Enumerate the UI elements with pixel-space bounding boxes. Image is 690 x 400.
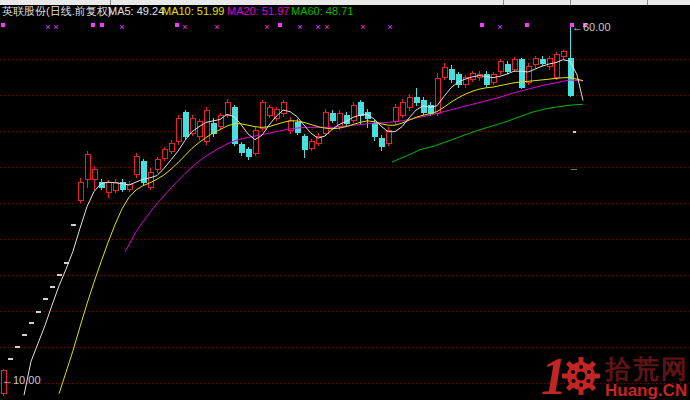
candle-up[interactable] <box>155 157 160 173</box>
candle-down[interactable] <box>183 110 188 139</box>
candle-up[interactable] <box>386 127 391 146</box>
sell-mark <box>278 23 282 27</box>
candle-up[interactable] <box>463 75 468 88</box>
candle-down[interactable] <box>505 61 510 74</box>
candlestick-chart[interactable]: ×××××××××××× <box>0 0 690 400</box>
sell-mark: × <box>119 22 124 32</box>
candle-up[interactable] <box>260 100 265 131</box>
sell-mark: × <box>387 22 392 32</box>
candle-up[interactable] <box>442 63 447 80</box>
candle-down[interactable] <box>519 58 524 90</box>
sell-mark <box>525 23 529 27</box>
candle-down[interactable] <box>330 110 335 123</box>
candle-up[interactable] <box>134 153 139 178</box>
sell-mark <box>480 23 484 27</box>
sell-mark <box>91 23 95 27</box>
candle-dash[interactable] <box>36 311 41 313</box>
candle-up[interactable] <box>547 56 552 70</box>
candle-up[interactable] <box>113 179 118 193</box>
sell-mark: × <box>324 22 329 32</box>
sell-mark: × <box>182 22 187 32</box>
sell-mark: × <box>45 22 50 32</box>
candle-down[interactable] <box>540 56 545 66</box>
candle-up[interactable] <box>323 109 328 136</box>
watermark-site-name-en: Huang.CN <box>605 382 687 399</box>
candle-down[interactable] <box>344 112 349 126</box>
sell-mark: × <box>214 22 219 32</box>
sell-mark: × <box>497 22 502 32</box>
sell-mark: × <box>315 22 320 32</box>
candle-dash[interactable] <box>43 298 48 300</box>
candle-up[interactable] <box>162 147 167 161</box>
watermark-logo: 1 <box>541 356 689 399</box>
candle-down[interactable] <box>141 159 146 185</box>
candle-dash[interactable] <box>71 224 76 226</box>
sell-mark: × <box>297 22 302 32</box>
candle-up[interactable] <box>281 100 286 117</box>
candle-up[interactable] <box>169 140 174 154</box>
candle-down[interactable] <box>484 71 489 87</box>
candle-up[interactable] <box>498 59 503 75</box>
candle-up[interactable] <box>435 73 440 116</box>
candle-dash[interactable] <box>29 322 34 324</box>
candle-up[interactable] <box>400 99 405 118</box>
candle-dash[interactable] <box>8 358 13 360</box>
sell-mark: × <box>264 22 269 32</box>
ma5-line <box>24 60 583 396</box>
sell-mark <box>100 23 104 27</box>
ma10-line <box>59 78 583 394</box>
candle-down[interactable] <box>246 147 251 160</box>
candle-down[interactable] <box>414 88 419 106</box>
candle-up[interactable] <box>78 178 83 203</box>
candle-up[interactable] <box>267 105 272 118</box>
candle-down[interactable] <box>120 179 125 192</box>
candle-down[interactable] <box>302 134 307 158</box>
candle-up[interactable] <box>533 56 538 68</box>
candle-up[interactable] <box>197 119 202 140</box>
stray-mark <box>573 131 576 133</box>
sell-mark: × <box>360 22 365 32</box>
candle-up[interactable] <box>176 115 181 145</box>
candle-up[interactable] <box>204 107 209 144</box>
sell-mark <box>1 23 5 27</box>
sell-mark <box>175 23 179 27</box>
candle-up[interactable] <box>218 113 223 130</box>
candle-up[interactable] <box>554 52 559 80</box>
candle-dash[interactable] <box>22 334 27 336</box>
candle-up[interactable] <box>351 102 356 123</box>
candle-up[interactable] <box>127 181 132 192</box>
sell-mark: × <box>53 22 58 32</box>
price-marker-high: ←60.00 <box>572 21 611 33</box>
stock-chart-window: 英联股份(日线.前复权) MA5: 49.24 MA10: 51.99 MA20… <box>0 0 690 400</box>
candle-down[interactable] <box>456 72 461 88</box>
candle-up[interactable] <box>561 50 566 60</box>
stray-mark <box>571 169 577 170</box>
candle-down[interactable] <box>365 109 370 128</box>
candle-down[interactable] <box>239 142 244 156</box>
watermark-site-name-cn: 拾荒网 <box>605 356 689 383</box>
ma60-line <box>392 104 583 162</box>
candle-up[interactable] <box>148 168 153 190</box>
candle-dash[interactable] <box>50 286 55 288</box>
candle-up[interactable] <box>316 133 321 146</box>
candle-up[interactable] <box>85 151 90 188</box>
candle-down[interactable] <box>379 135 384 151</box>
gear-icon <box>561 356 601 400</box>
candle-dash[interactable] <box>57 274 62 276</box>
candle-up[interactable] <box>92 166 97 190</box>
candle-up[interactable] <box>491 72 496 85</box>
candle-up[interactable] <box>253 127 258 156</box>
price-marker-low: ←10.00 <box>2 374 41 386</box>
candle-up[interactable] <box>309 139 314 151</box>
candle-down[interactable] <box>568 23 573 97</box>
candle-dash[interactable] <box>15 346 20 348</box>
candle-up[interactable] <box>407 94 412 111</box>
candle-down[interactable] <box>449 65 454 83</box>
